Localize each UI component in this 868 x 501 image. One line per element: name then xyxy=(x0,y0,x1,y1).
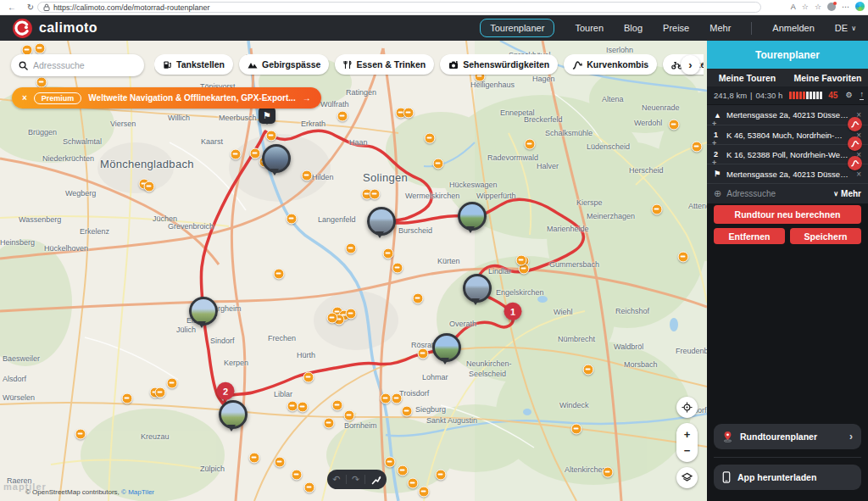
nav-blog[interactable]: Blog xyxy=(624,23,643,33)
osm-attribution[interactable]: © OpenStreetMap contributors, xyxy=(25,488,120,496)
curvy-leg-badge[interactable] xyxy=(848,136,862,151)
poi-marker-icon[interactable] xyxy=(652,204,663,215)
poi-marker-icon[interactable] xyxy=(419,487,430,498)
poi-marker-icon[interactable] xyxy=(418,348,429,359)
edge-browser-icon[interactable] xyxy=(855,2,865,11)
zoom-out-button[interactable]: − xyxy=(684,445,691,456)
poi-marker-icon[interactable] xyxy=(249,453,260,464)
poi-marker-icon[interactable] xyxy=(525,139,536,150)
poi-marker-icon[interactable] xyxy=(571,424,582,435)
browser-menu-icon[interactable]: ⋯ xyxy=(842,3,849,11)
tab-meine-favoriten[interactable]: Meine Favoriten xyxy=(787,69,868,86)
photo-marker[interactable] xyxy=(367,207,396,236)
waypoint-row-start[interactable]: ▲ Mertensgasse 2a, 40213 Düsse… × xyxy=(707,105,868,125)
poi-marker-icon[interactable] xyxy=(266,131,277,142)
poi-marker-icon[interactable] xyxy=(35,43,46,54)
recalculate-roundtrip-button[interactable]: Rundtour neu berechnen xyxy=(714,205,861,224)
poi-marker-icon[interactable] xyxy=(346,309,357,320)
roundtrip-planner-button[interactable]: Rundtourenplaner › xyxy=(714,424,861,449)
poi-marker-icon[interactable] xyxy=(122,393,133,404)
poi-marker-icon[interactable] xyxy=(75,429,86,440)
search-input[interactable] xyxy=(33,60,131,70)
poi-marker-icon[interactable] xyxy=(381,393,392,404)
waypoint-row-1[interactable]: 1 K 46, 53804 Much, Nordrhein-… × xyxy=(707,125,868,144)
poi-marker-icon[interactable] xyxy=(36,77,47,88)
premium-banner[interactable]: × Premium Weltweite Navigation & Offline… xyxy=(12,87,321,109)
poi-marker-icon[interactable] xyxy=(287,214,298,225)
poi-marker-icon[interactable] xyxy=(298,402,309,413)
poi-marker-icon[interactable] xyxy=(392,393,403,404)
poi-marker-icon[interactable] xyxy=(678,252,689,263)
more-chips-button[interactable]: › xyxy=(681,55,700,75)
zoom-in-button[interactable]: + xyxy=(684,429,691,440)
poi-marker-icon[interactable] xyxy=(425,133,436,144)
favorites-star-icon[interactable]: ☆ xyxy=(815,3,821,11)
curvy-leg-badge[interactable] xyxy=(848,156,862,170)
poi-marker-icon[interactable] xyxy=(603,467,614,478)
poi-marker-icon[interactable] xyxy=(413,293,424,304)
chip-gebirgspaesse[interactable]: Gebirgspässe xyxy=(239,54,329,75)
maptiler-attribution-link[interactable]: © MapTiler xyxy=(121,488,154,496)
photo-marker[interactable] xyxy=(463,274,492,303)
browser-profile-avatar[interactable] xyxy=(827,3,836,11)
route-settings-gear-icon[interactable]: ⚙ xyxy=(845,92,852,99)
poi-marker-icon[interactable] xyxy=(344,410,355,421)
poi-marker-icon[interactable] xyxy=(370,189,381,200)
poi-marker-icon[interactable] xyxy=(324,418,335,429)
sidebar-address-input[interactable] xyxy=(726,189,803,198)
poi-marker-icon[interactable] xyxy=(402,406,413,417)
waypoint-row-end[interactable]: ⚑ Mertensgasse 2a, 40213 Düsse… × xyxy=(707,164,868,183)
poi-marker-icon[interactable] xyxy=(516,255,527,266)
chip-essen-trinken[interactable]: Essen & Trinken xyxy=(335,54,434,75)
waypoint-pin[interactable]: 1 xyxy=(504,303,522,320)
more-options-toggle[interactable]: ∨Mehr xyxy=(833,189,861,198)
poi-marker-icon[interactable] xyxy=(583,365,594,376)
browser-reload-icon[interactable]: ↻ xyxy=(24,3,37,12)
map-layers-button[interactable] xyxy=(676,467,698,488)
save-route-button[interactable]: Speichern xyxy=(790,228,861,244)
poi-marker-icon[interactable] xyxy=(144,181,155,192)
map-canvas[interactable]: KempenSprockhövelIserlohnHagenHeiligenha… xyxy=(0,41,707,501)
remove-waypoint-icon[interactable]: × xyxy=(856,170,861,179)
tab-meine-touren[interactable]: Meine Touren xyxy=(707,69,787,86)
browser-back-icon[interactable]: ← xyxy=(5,3,19,12)
start-flag-marker[interactable]: ⚑ xyxy=(259,107,275,124)
poi-marker-icon[interactable] xyxy=(292,470,303,481)
poi-marker-icon[interactable] xyxy=(327,313,338,324)
add-waypoint-icon[interactable]: + xyxy=(712,159,716,167)
poi-marker-icon[interactable] xyxy=(346,243,357,254)
bookmark-star-icon[interactable]: ☆ xyxy=(802,3,809,11)
poi-marker-icon[interactable] xyxy=(274,269,285,280)
poi-marker-icon[interactable] xyxy=(231,149,242,160)
poi-marker-icon[interactable] xyxy=(385,457,396,468)
poi-marker-icon[interactable] xyxy=(275,457,286,468)
login-button[interactable]: Anmelden xyxy=(772,23,815,33)
poi-marker-icon[interactable] xyxy=(337,111,348,122)
poi-marker-icon[interactable] xyxy=(167,378,178,389)
photo-marker[interactable] xyxy=(262,144,291,173)
close-banner-icon[interactable]: × xyxy=(22,93,27,103)
poi-marker-icon[interactable] xyxy=(304,482,315,493)
browser-address-bar[interactable]: https://calimoto.com/de/motorrad-routenp… xyxy=(37,2,761,13)
route-tool-icon[interactable] xyxy=(371,475,381,485)
language-selector[interactable]: DE∨ xyxy=(835,23,856,33)
poi-marker-icon[interactable] xyxy=(433,159,444,170)
photo-marker[interactable] xyxy=(458,202,487,231)
poi-marker-icon[interactable] xyxy=(408,478,419,489)
poi-marker-icon[interactable] xyxy=(398,465,409,476)
waypoint-pin[interactable]: 2 xyxy=(217,382,235,400)
read-aloud-icon[interactable]: A xyxy=(791,3,796,11)
poi-marker-icon[interactable] xyxy=(403,108,415,119)
curvy-leg-badge[interactable] xyxy=(848,117,862,131)
add-waypoint-icon[interactable]: + xyxy=(712,120,716,128)
nav-tourenplaner[interactable]: Tourenplaner xyxy=(480,19,554,37)
undo-icon[interactable]: ↶ xyxy=(332,475,340,484)
poi-marker-icon[interactable] xyxy=(383,248,394,259)
poi-marker-icon[interactable] xyxy=(669,120,680,131)
calimoto-logo[interactable]: calimoto xyxy=(12,18,97,39)
poi-marker-icon[interactable] xyxy=(302,170,313,181)
poi-marker-icon[interactable] xyxy=(250,148,261,159)
remove-route-button[interactable]: Entfernen xyxy=(714,228,785,244)
chip-kurvenkombis[interactable]: Kurvenkombis xyxy=(564,54,657,75)
chip-tankstellen[interactable]: Tankstellen xyxy=(154,54,233,75)
